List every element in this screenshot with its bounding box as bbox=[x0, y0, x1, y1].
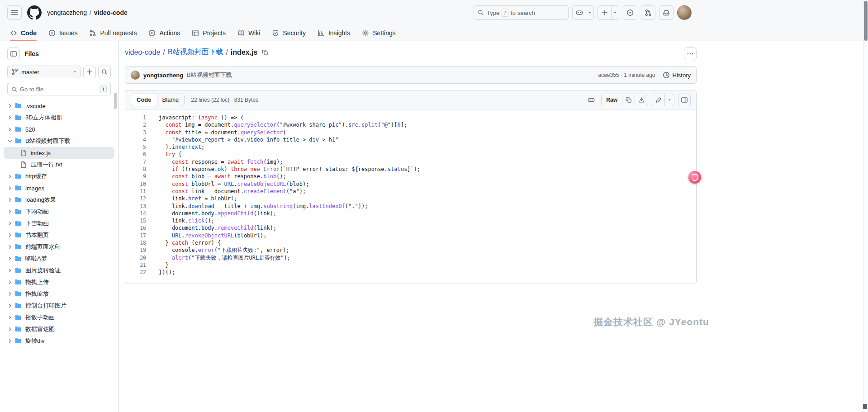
download-raw-button[interactable] bbox=[635, 94, 648, 106]
line-number[interactable]: 11 bbox=[125, 188, 153, 195]
tab-wiki[interactable]: Wiki bbox=[233, 25, 265, 41]
notifications-button[interactable] bbox=[659, 5, 674, 20]
tab-issues[interactable]: Issues bbox=[44, 25, 82, 41]
code-line-row: 4 "#viewbox_report > div.video-info-titl… bbox=[125, 136, 696, 143]
line-number[interactable]: 6 bbox=[125, 151, 153, 158]
line-number[interactable]: 13 bbox=[125, 203, 153, 210]
line-number[interactable]: 22 bbox=[125, 269, 153, 276]
tab-settings[interactable]: Settings bbox=[357, 25, 400, 41]
tree-item-旋转div[interactable]: 旋转div bbox=[4, 335, 114, 347]
blame-toggle-button[interactable]: Blame bbox=[157, 94, 185, 106]
tree-item-label: 控制台打印图片 bbox=[25, 302, 66, 310]
tab-security[interactable]: Security bbox=[267, 25, 310, 41]
line-number[interactable]: 4 bbox=[125, 136, 153, 143]
copy-raw-button[interactable] bbox=[622, 94, 635, 106]
tree-item-哆啦A梦[interactable]: 哆啦A梦 bbox=[4, 253, 114, 265]
commit-author-avatar[interactable] bbox=[131, 71, 140, 80]
breadcrumb-folder-link[interactable]: B站视频封面下载 bbox=[168, 47, 223, 57]
tree-item-前端页面水印[interactable]: 前端页面水印 bbox=[4, 241, 114, 253]
line-number[interactable]: 17 bbox=[125, 232, 153, 239]
tab-projects[interactable]: Projects bbox=[187, 25, 230, 41]
line-number[interactable]: 16 bbox=[125, 224, 153, 232]
line-number[interactable]: 9 bbox=[125, 173, 153, 180]
tree-item-.vscode[interactable]: .vscode bbox=[4, 100, 114, 112]
symbols-panel-button[interactable] bbox=[678, 94, 691, 106]
code-line-row: 6 try { bbox=[125, 151, 696, 158]
page-scrollbar-nub[interactable] bbox=[863, 404, 867, 409]
tree-item-520[interactable]: 520 bbox=[4, 123, 114, 135]
line-number[interactable]: 18 bbox=[125, 239, 153, 246]
code-toggle-button[interactable]: Code bbox=[131, 94, 157, 106]
edit-file-button[interactable] bbox=[652, 94, 665, 106]
header-search[interactable]: Type / to search bbox=[474, 5, 569, 20]
user-avatar[interactable] bbox=[677, 5, 692, 20]
branch-selector-button[interactable]: master bbox=[7, 66, 81, 78]
tree-item-images[interactable]: images bbox=[4, 182, 114, 194]
line-number[interactable]: 10 bbox=[125, 180, 153, 188]
history-button[interactable]: History bbox=[663, 71, 691, 79]
github-logo[interactable] bbox=[27, 5, 42, 20]
owner-link[interactable]: yongtaozheng bbox=[47, 9, 87, 16]
line-number[interactable]: 14 bbox=[125, 210, 153, 217]
line-number[interactable]: 19 bbox=[125, 246, 153, 254]
line-number[interactable]: 15 bbox=[125, 217, 153, 224]
line-number[interactable]: 2 bbox=[125, 121, 153, 128]
line-number[interactable]: 1 bbox=[125, 114, 153, 121]
github-mark-icon bbox=[27, 5, 42, 20]
tree-item-图片旋转验证[interactable]: 图片旋转验证 bbox=[4, 265, 114, 276]
copilot-button[interactable] bbox=[572, 5, 594, 20]
pull-requests-button[interactable] bbox=[641, 5, 655, 20]
folder-icon bbox=[14, 267, 22, 274]
sidebar-scrollbar-thumb[interactable] bbox=[114, 93, 117, 109]
go-to-file-input[interactable] bbox=[20, 86, 97, 93]
commit-message[interactable]: B站视频封面下载 bbox=[187, 71, 232, 79]
line-number[interactable]: 8 bbox=[125, 166, 153, 173]
tree-item-loading效果[interactable]: loading效果 bbox=[4, 194, 114, 206]
global-nav-menu-button[interactable] bbox=[7, 5, 22, 20]
collapse-file-tree-button[interactable] bbox=[7, 47, 20, 60]
repo-link[interactable]: video-code bbox=[94, 9, 128, 16]
copy-path-button[interactable] bbox=[262, 49, 268, 56]
side-panel-icon bbox=[10, 50, 17, 57]
floating-extension-button[interactable] bbox=[688, 171, 701, 184]
tab-actions[interactable]: Actions bbox=[144, 25, 185, 41]
line-number[interactable]: 7 bbox=[125, 158, 153, 166]
line-number[interactable]: 21 bbox=[125, 261, 153, 269]
search-this-repo-button[interactable] bbox=[98, 66, 111, 78]
folder-icon bbox=[14, 314, 22, 321]
tree-item-index.js[interactable]: index.js bbox=[4, 147, 114, 159]
add-file-button[interactable] bbox=[83, 66, 96, 78]
tree-item-书本翻页[interactable]: 书本翻页 bbox=[4, 229, 114, 241]
edit-dropdown-button[interactable] bbox=[665, 94, 674, 106]
code-line: const blob = await response.blob(); bbox=[153, 173, 286, 180]
page-scrollbar[interactable] bbox=[863, 0, 868, 412]
tree-item-摇骰子动画[interactable]: 摇骰子动画 bbox=[4, 312, 114, 323]
breadcrumb-repo-link[interactable]: video-code bbox=[125, 48, 160, 57]
code-line-row: 21 } bbox=[125, 261, 696, 269]
tab-insights[interactable]: Insights bbox=[313, 25, 355, 41]
raw-button[interactable]: Raw bbox=[602, 94, 622, 106]
line-number[interactable]: 3 bbox=[125, 129, 153, 136]
line-number[interactable]: 12 bbox=[125, 195, 153, 202]
tree-item-拖拽缩放[interactable]: 拖拽缩放 bbox=[4, 288, 114, 300]
issues-button[interactable] bbox=[623, 5, 637, 20]
create-new-button[interactable] bbox=[598, 5, 619, 20]
tree-item-压缩一行.txt[interactable]: 压缩一行.txt bbox=[4, 159, 114, 170]
page-scrollbar-thumb[interactable] bbox=[864, 1, 868, 41]
line-number[interactable]: 20 bbox=[125, 254, 153, 261]
files-header: Files bbox=[0, 47, 118, 60]
tree-item-B站视频封面下载[interactable]: B站视频封面下载 bbox=[4, 135, 114, 147]
tree-item-3D立方体相册[interactable]: 3D立方体相册 bbox=[4, 112, 114, 123]
more-options-button[interactable] bbox=[684, 47, 697, 60]
tree-item-下雨动画[interactable]: 下雨动画 bbox=[4, 206, 114, 218]
tree-item-控制台打印图片[interactable]: 控制台打印图片 bbox=[4, 300, 114, 312]
line-number[interactable]: 5 bbox=[125, 143, 153, 151]
tab-pull-requests[interactable]: Pull requests bbox=[85, 25, 141, 41]
tree-item-数据雷达图[interactable]: 数据雷达图 bbox=[4, 323, 114, 335]
commit-author[interactable]: yongtaozheng bbox=[143, 72, 183, 79]
tree-item-http缓存[interactable]: http缓存 bbox=[4, 170, 114, 182]
copilot-code-button[interactable] bbox=[585, 94, 598, 106]
tab-code[interactable]: Code bbox=[5, 25, 41, 41]
tree-item-下雪动画[interactable]: 下雪动画 bbox=[4, 218, 114, 229]
tree-item-拖拽上传[interactable]: 拖拽上传 bbox=[4, 276, 114, 288]
